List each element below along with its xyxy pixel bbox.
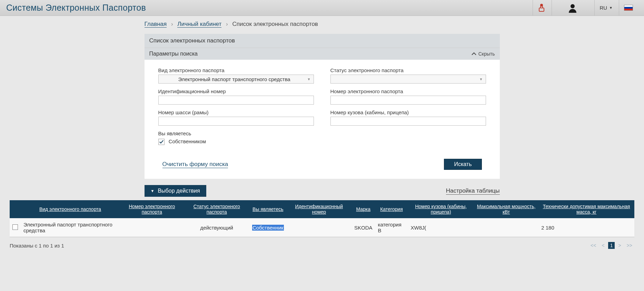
field-status: Статус электронного паспорта ▼ bbox=[330, 67, 486, 84]
choose-action-label: Выбор действия bbox=[158, 188, 200, 194]
you-are-label: Вы являетесь bbox=[158, 130, 486, 136]
cell-status: действующий bbox=[184, 218, 249, 237]
col-you-are[interactable]: Вы являетесь bbox=[249, 200, 287, 218]
breadcrumb-home[interactable]: Главная bbox=[145, 21, 167, 28]
cell-mass: 2 180 bbox=[538, 218, 634, 237]
pager-prev[interactable]: < bbox=[600, 242, 606, 249]
table-header: Вид электронного паспорта Номер электрон… bbox=[10, 200, 634, 218]
table-footer: Показаны с 1 по 1 из 1 << < 1 > >> bbox=[0, 237, 644, 252]
row-checkbox[interactable] bbox=[12, 224, 18, 230]
you-are-section: Вы являетесь Собственником bbox=[158, 130, 486, 145]
breadcrumb-sep: › bbox=[226, 21, 228, 27]
passport-type-value: Электронный паспорт транспортного средст… bbox=[161, 76, 307, 82]
cell-power bbox=[474, 218, 538, 237]
search-form: Вид электронного паспорта Электронный па… bbox=[145, 60, 500, 179]
owner-checkbox[interactable] bbox=[158, 139, 165, 145]
pager: << < 1 > >> bbox=[588, 242, 634, 249]
cell-brand: SKODA bbox=[351, 218, 375, 237]
user-menu[interactable] bbox=[552, 0, 593, 16]
col-type[interactable]: Вид электронного паспорта bbox=[21, 200, 120, 218]
status-select[interactable]: ▼ bbox=[330, 75, 486, 84]
chevron-down-icon: ▼ bbox=[307, 77, 311, 81]
chevron-down-icon: ▼ bbox=[479, 77, 483, 81]
header-right: RU ▼ bbox=[533, 0, 638, 16]
shown-label: Показаны с 1 по 1 из 1 bbox=[10, 243, 64, 249]
col-brand[interactable]: Марка bbox=[351, 200, 375, 218]
chevron-up-icon bbox=[472, 52, 476, 56]
col-power[interactable]: Максимальная мощность, кВт bbox=[474, 200, 538, 218]
gosuslugi-icon[interactable] bbox=[533, 0, 550, 16]
cell-you-are: Собственник bbox=[249, 218, 287, 237]
collapse-label: Скрыть bbox=[478, 51, 495, 57]
chevron-down-icon: ▼ bbox=[151, 189, 155, 193]
col-ident[interactable]: Идентификационный номер bbox=[287, 200, 351, 218]
pager-current[interactable]: 1 bbox=[608, 242, 615, 249]
ident-input[interactable] bbox=[158, 96, 314, 105]
field-chassis: Номер шасси (рамы) bbox=[158, 109, 314, 126]
breadcrumb-sep: › bbox=[171, 21, 173, 27]
search-params-header: Параметры поиска Скрыть bbox=[145, 48, 500, 60]
language-selector[interactable]: RU ▼ bbox=[594, 0, 617, 16]
table-controls: ▼ Выбор действия Настройка таблицы bbox=[145, 185, 500, 197]
results-table: Вид электронного паспорта Номер электрон… bbox=[10, 200, 634, 237]
table-settings-link[interactable]: Настройка таблицы bbox=[446, 187, 500, 195]
chassis-input[interactable] bbox=[158, 117, 314, 126]
breadcrumb-account[interactable]: Личный кабинет bbox=[177, 21, 221, 28]
field-ident: Идентификационный номер bbox=[158, 88, 314, 105]
pager-next[interactable]: > bbox=[616, 242, 623, 249]
col-mass[interactable]: Технически допустимая максимальная масса… bbox=[538, 200, 634, 218]
ident-label: Идентификационный номер bbox=[158, 88, 314, 94]
chassis-label: Номер шасси (рамы) bbox=[158, 109, 314, 115]
collapse-toggle[interactable]: Скрыть bbox=[472, 51, 495, 57]
status-label: Статус электронного паспорта bbox=[330, 67, 486, 73]
cell-body: XW8J( bbox=[408, 218, 474, 237]
cell-category: категория B bbox=[375, 218, 408, 237]
owner-label: Собственником bbox=[169, 138, 206, 144]
results-table-wrap: Вид электронного паспорта Номер электрон… bbox=[0, 200, 644, 237]
breadcrumb-current: Список электронных паспортов bbox=[232, 21, 318, 27]
table-row[interactable]: Электронный паспорт транспортного средст… bbox=[10, 218, 634, 237]
search-params-title: Параметры поиска bbox=[149, 51, 198, 57]
language-label: RU bbox=[600, 5, 607, 11]
choose-action-dropdown[interactable]: ▼ Выбор действия bbox=[145, 185, 206, 197]
col-status[interactable]: Статус электронного паспорта bbox=[184, 200, 249, 218]
body-label: Номер кузова (кабины, прицепа) bbox=[330, 109, 486, 115]
col-body[interactable]: Номер кузова (кабины, прицепа) bbox=[408, 200, 474, 218]
field-body: Номер кузова (кабины, прицепа) bbox=[330, 109, 486, 126]
number-input[interactable] bbox=[330, 96, 486, 105]
pager-last[interactable]: >> bbox=[625, 242, 634, 249]
svg-point-2 bbox=[571, 4, 575, 8]
chevron-down-icon: ▼ bbox=[609, 6, 613, 10]
field-passport-type: Вид электронного паспорта Электронный па… bbox=[158, 67, 314, 84]
cell-number bbox=[120, 218, 184, 237]
col-category[interactable]: Категория bbox=[375, 200, 408, 218]
check-icon bbox=[159, 139, 164, 144]
col-number[interactable]: Номер электронного паспорта bbox=[120, 200, 184, 218]
svg-rect-1 bbox=[539, 8, 544, 11]
search-button[interactable]: Искать bbox=[444, 159, 482, 170]
passport-type-select[interactable]: Электронный паспорт транспортного средст… bbox=[158, 75, 314, 84]
cell-type: Электронный паспорт транспортного средст… bbox=[21, 218, 120, 237]
panel-title: Список электронных паспортов bbox=[145, 34, 500, 48]
field-number: Номер электронного паспорта bbox=[330, 88, 486, 105]
cell-ident bbox=[287, 218, 351, 237]
passport-type-label: Вид электронного паспорта bbox=[158, 67, 314, 73]
app-header: Системы Электронных Паспортов RU ▼ bbox=[0, 0, 644, 16]
body-input[interactable] bbox=[330, 117, 486, 126]
list-panel: Список электронных паспортов Параметры п… bbox=[145, 34, 500, 179]
col-checkbox bbox=[10, 200, 21, 218]
app-title: Системы Электронных Паспортов bbox=[6, 3, 533, 13]
flag-ru-icon[interactable] bbox=[619, 0, 638, 16]
clear-form-link[interactable]: Очистить форму поиска bbox=[162, 161, 228, 168]
breadcrumb: Главная › Личный кабинет › Список электр… bbox=[145, 21, 500, 28]
pager-first[interactable]: << bbox=[588, 242, 598, 249]
number-label: Номер электронного паспорта bbox=[330, 88, 486, 94]
